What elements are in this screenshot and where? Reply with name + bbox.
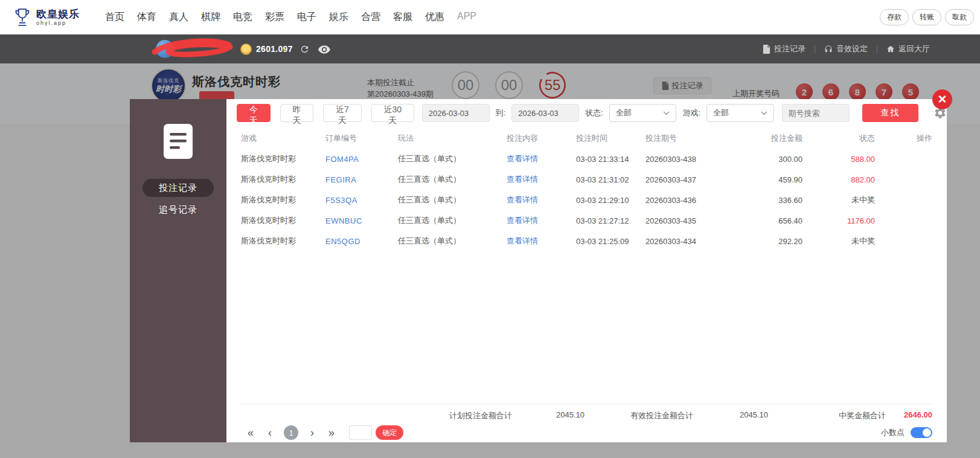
table-body: 斯洛伐克时时彩 FOM4PA 任三直选（单式） 查看详情 03-03 21:33… — [226, 149, 947, 251]
nav-item-esports[interactable]: 电竞 — [233, 11, 252, 24]
bet-records-link[interactable]: 投注记录 — [763, 44, 805, 54]
bet-records-label: 投注记录 — [774, 44, 805, 54]
nav-item-lottery[interactable]: 彩票 — [265, 11, 284, 24]
sidebar-menu: 投注记录追号记录 — [143, 160, 214, 219]
brand-title: 欧皇娱乐 — [36, 8, 80, 21]
document-icon — [163, 123, 193, 160]
summary-row: 计划投注金额合计 2045.10 有效投注金额合计 2045.10 中奖金额合计… — [241, 404, 932, 422]
order-number-link[interactable]: F5S3QA — [325, 196, 398, 205]
quick-filter-today[interactable]: 今天 — [237, 104, 271, 122]
quick-filter-last-30-days[interactable]: 近30天 — [371, 104, 414, 122]
cell-period: 20260303-435 — [645, 216, 736, 225]
confirm-page-button[interactable]: 确定 — [376, 425, 403, 440]
view-details-link[interactable]: 查看详情 — [507, 236, 576, 247]
nav-item-promotions[interactable]: 优惠 — [425, 11, 444, 24]
cell-status: 未中奖 — [802, 195, 875, 205]
nav-item-home[interactable]: 首页 — [105, 11, 124, 24]
cell-period: 20260303-438 — [645, 155, 736, 164]
modal-sidebar: 投注记录追号记录 — [130, 99, 226, 442]
cell-amount: 300.00 — [736, 155, 802, 164]
sound-settings-link[interactable]: 音效设定 — [824, 44, 868, 54]
cell-amount: 459.90 — [736, 175, 802, 184]
view-details-link[interactable]: 查看详情 — [507, 153, 576, 164]
view-details-link[interactable]: 查看详情 — [507, 174, 576, 185]
cell-play-type: 任三直选（单式） — [398, 215, 507, 226]
next-page-button[interactable]: › — [307, 425, 318, 440]
order-number-link[interactable]: EWNBUC — [325, 216, 398, 225]
transfer-button[interactable]: 转账 — [912, 9, 941, 25]
return-lobby-link[interactable]: 返回大厅 — [886, 44, 930, 54]
brand-logo[interactable]: 欧皇娱乐 ohyl.app — [13, 7, 80, 28]
nav-item-partnership[interactable]: 合营 — [361, 11, 380, 24]
modal-content: × 今天昨天近7天近30天 到: 状态: 全部 游戏: 全部 查找 — [226, 99, 947, 442]
deposit-button[interactable]: 存款 — [880, 9, 909, 25]
date-to-input[interactable] — [511, 104, 579, 122]
last-page-button[interactable]: » — [326, 425, 337, 440]
period-search-input[interactable] — [782, 104, 850, 122]
prev-page-button[interactable]: ‹ — [264, 425, 275, 440]
return-lobby-label: 返回大厅 — [898, 44, 930, 54]
chevron-down-icon — [663, 111, 670, 115]
date-from-input[interactable] — [422, 104, 490, 122]
order-number-link[interactable]: FOM4PA — [325, 155, 398, 164]
status-label: 状态: — [585, 108, 603, 118]
quick-filter-group: 今天昨天近7天近30天 — [237, 104, 414, 122]
nav-item-sports[interactable]: 体育 — [137, 11, 156, 24]
nav-item-entertainment[interactable]: 娱乐 — [329, 11, 348, 24]
nav-item-app[interactable]: APP — [457, 11, 476, 24]
view-details-link[interactable]: 查看详情 — [507, 195, 576, 205]
nav-item-slots[interactable]: 电子 — [297, 11, 316, 24]
quick-filter-last-7-days[interactable]: 近7天 — [323, 104, 361, 122]
page-jump-input[interactable] — [349, 425, 372, 440]
order-number-link[interactable]: FEGIRA — [325, 175, 398, 184]
planned-total-label: 计划投注金额合计 — [449, 410, 512, 421]
column-header-3: 投注内容 — [507, 133, 576, 144]
first-page-button[interactable]: « — [245, 425, 256, 440]
cell-status: 未中奖 — [802, 236, 875, 247]
screen: 欧皇娱乐 ohyl.app 首页体育真人棋牌电竞彩票电子娱乐合营客服优惠APP … — [0, 0, 980, 458]
decimal-toggle[interactable] — [911, 427, 932, 438]
quick-filter-yesterday[interactable]: 昨天 — [280, 104, 314, 122]
nav-item-live[interactable]: 真人 — [169, 11, 188, 24]
column-header-5: 投注期号 — [645, 133, 736, 144]
table-row: 斯洛伐克时时彩 F5S3QA 任三直选（单式） 查看详情 03-03 21:29… — [226, 190, 947, 210]
cell-amount: 336.60 — [736, 196, 802, 205]
sound-settings-label: 音效设定 — [836, 44, 868, 54]
game-select-value: 全部 — [713, 108, 729, 118]
column-header-4: 投注时间 — [576, 133, 645, 144]
valid-total-value: 2045.10 — [740, 410, 768, 419]
column-header-8: 操作 — [875, 133, 932, 144]
cell-play-type: 任三直选（单式） — [398, 236, 507, 247]
nav-item-support[interactable]: 客服 — [393, 11, 412, 24]
main-nav: 首页体育真人棋牌电竞彩票电子娱乐合营客服优惠APP — [105, 11, 476, 24]
view-details-link[interactable]: 查看详情 — [507, 215, 576, 226]
cell-play-type: 任三直选（单式） — [398, 153, 507, 164]
eye-icon[interactable] — [318, 45, 330, 54]
refresh-balance-icon[interactable] — [299, 44, 310, 54]
filter-bar: 今天昨天近7天近30天 到: 状态: 全部 游戏: 全部 查找 — [237, 104, 947, 122]
cell-period: 20260303-436 — [645, 196, 736, 205]
cell-game: 斯洛伐克时时彩 — [241, 215, 325, 226]
search-button[interactable]: 查找 — [862, 104, 918, 122]
cell-period: 20260303-434 — [645, 237, 736, 246]
table-row: 斯洛伐克时时彩 EN5QGD 任三直选（单式） 查看详情 03-03 21:25… — [226, 231, 947, 251]
sidebar-item-chase-records[interactable]: 追号记录 — [143, 201, 214, 219]
sidebar-item-bet-records[interactable]: 投注记录 — [143, 179, 214, 197]
cell-bet-time: 03-03 21:33:14 — [576, 155, 645, 164]
order-number-link[interactable]: EN5QGD — [325, 237, 398, 246]
cell-amount: 292.20 — [736, 237, 802, 246]
cell-status: 882.00 — [802, 175, 875, 184]
redaction-scribble — [149, 36, 239, 62]
close-button[interactable]: × — [932, 89, 952, 109]
current-page-button[interactable]: 1 — [284, 425, 298, 440]
divider — [815, 45, 815, 53]
cell-amount: 656.40 — [736, 216, 802, 225]
game-select[interactable]: 全部 — [706, 104, 773, 122]
cell-bet-time: 03-03 21:31:02 — [576, 175, 645, 184]
status-select[interactable]: 全部 — [609, 104, 676, 122]
cell-game: 斯洛伐克时时彩 — [241, 174, 325, 185]
nav-item-board-games[interactable]: 棋牌 — [201, 11, 220, 24]
withdraw-button[interactable]: 取款 — [945, 9, 974, 25]
cell-play-type: 任三直选（单式） — [398, 174, 507, 185]
valid-total-label: 有效投注金额合计 — [630, 410, 693, 421]
